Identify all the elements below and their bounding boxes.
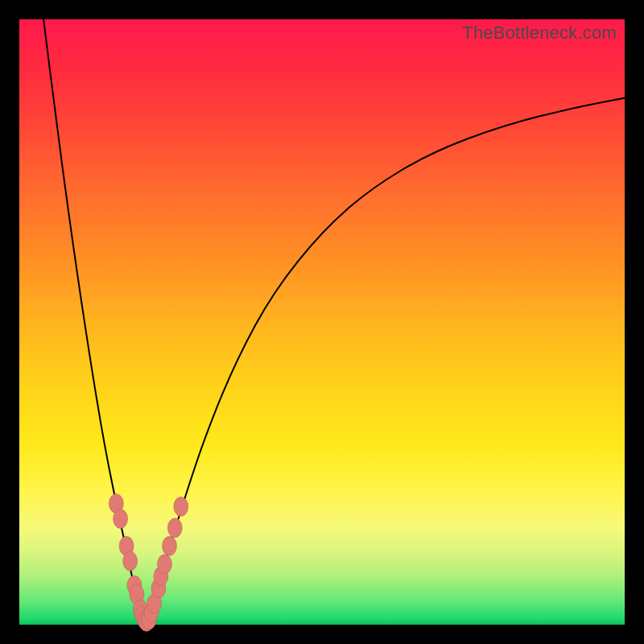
left-curve	[43, 19, 147, 621]
bead-marker	[162, 536, 176, 555]
bead-marker	[157, 555, 171, 574]
bead-cluster	[109, 494, 188, 632]
bead-marker	[167, 518, 182, 538]
plot-area: TheBottleneck.com	[19, 19, 625, 625]
right-curve	[147, 98, 625, 621]
bead-marker	[114, 509, 128, 528]
chart-frame: TheBottleneck.com	[0, 0, 644, 644]
curve-layer	[19, 19, 625, 625]
bead-marker	[174, 497, 188, 516]
bead-marker	[123, 551, 138, 571]
